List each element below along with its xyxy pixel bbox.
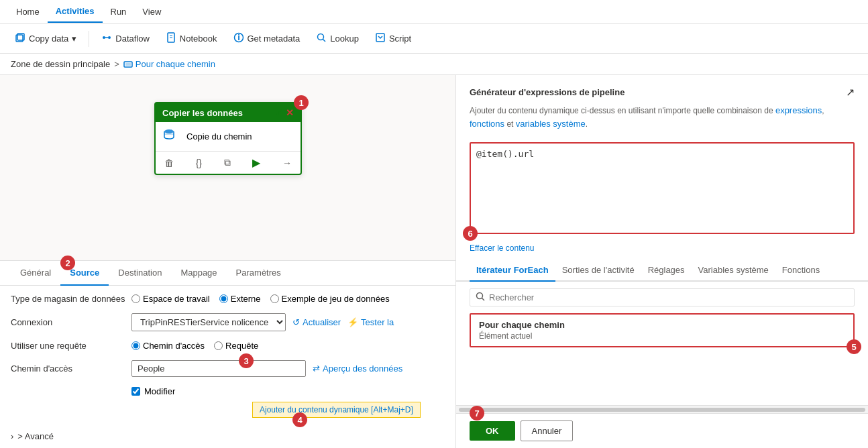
modifier-checkbox[interactable] — [131, 387, 140, 396]
connection-label: Connexion — [11, 317, 131, 327]
dataflow-icon — [101, 32, 112, 45]
data-store-label: Type de magasin de données — [11, 294, 131, 304]
advanced-chevron: › — [11, 431, 13, 441]
info-icon: i — [233, 32, 244, 45]
dropdown-arrow-icon: ▾ — [72, 34, 76, 44]
svg-point-16 — [477, 293, 483, 299]
expression-textarea[interactable] — [471, 144, 853, 231]
lookup-icon — [316, 32, 327, 45]
badge-6: 6 — [463, 226, 478, 241]
scrollbar-track[interactable] — [459, 408, 865, 412]
breadcrumb-icon — [123, 59, 135, 70]
activity-title: Copier les données — [162, 108, 243, 118]
copy-action[interactable]: ⧉ — [221, 155, 234, 170]
menu-activities[interactable]: Activities — [48, 1, 103, 23]
activity-card[interactable]: 1 Copier les données ✓ ✕ — [154, 102, 302, 175]
expression-box: 6 — [470, 142, 855, 234]
badge-7: 7 — [470, 406, 484, 421]
tab-mappage[interactable]: Mappage — [171, 261, 226, 286]
advanced-row[interactable]: › > Avancé — [11, 431, 445, 441]
test-button[interactable]: ⚡ Tester la — [347, 317, 394, 327]
right-tab-foreach[interactable]: Itérateur ForEach — [470, 260, 555, 282]
data-store-controls: Espace de travail Externe Exemple de jeu… — [131, 294, 445, 304]
svg-line-17 — [482, 298, 485, 301]
search-input[interactable] — [489, 292, 849, 302]
ok-button[interactable]: OK — [470, 421, 515, 441]
lookup-button[interactable]: Lookup — [309, 29, 366, 48]
menu-home[interactable]: Home — [8, 1, 48, 22]
right-tab-functions[interactable]: Fonctions — [775, 260, 826, 282]
arrow-action[interactable]: → — [279, 156, 295, 170]
tab-general[interactable]: Général — [11, 261, 60, 286]
scrollbar-area[interactable] — [456, 405, 868, 413]
activity-card-actions: 🗑 {} ⧉ ▶ → — [156, 151, 301, 174]
get-metadata-button[interactable]: i Get metadata — [227, 29, 307, 48]
radio-workspace[interactable]: Espace de travail — [131, 294, 210, 304]
svg-point-14 — [164, 129, 174, 133]
svg-rect-13 — [125, 63, 131, 66]
left-panel: 1 Copier les données ✓ ✕ — [0, 75, 456, 448]
path-controls: ⇄ Aperçu des données — [131, 360, 445, 377]
right-tab-variables[interactable]: Variables système — [692, 260, 775, 282]
test-icon: ⚡ — [347, 317, 358, 327]
connection-select[interactable]: TripPinRESTierService nolicence — [131, 313, 286, 331]
breadcrumb-root[interactable]: Zone de dessin principale — [11, 59, 110, 69]
foreach-item-title: Pour chaque chemin — [479, 320, 845, 330]
svg-point-2 — [103, 36, 105, 39]
tab-destination[interactable]: Destination — [109, 261, 171, 286]
run-action[interactable]: ▶ — [249, 154, 264, 171]
expressions-link[interactable]: expressions — [775, 105, 822, 115]
form-content: Type de magasin de données Espace de tra… — [0, 286, 455, 448]
dynamic-content-link[interactable]: Ajouter du contenu dynamique [Alt+Maj+D] — [252, 402, 421, 418]
card-x-icon[interactable]: ✕ — [286, 107, 294, 118]
preview-button[interactable]: ⇄ Aperçu des données — [313, 363, 402, 374]
badge-1: 1 — [294, 95, 309, 110]
right-tab-outputs[interactable]: Sorties de l'activité — [555, 260, 641, 282]
item-list: 5 Pour chaque chemin Élément actuel — [456, 313, 868, 405]
path-input[interactable] — [131, 360, 306, 377]
query-label: Utiliser une requête — [11, 341, 131, 351]
tab-parametres[interactable]: Paramètres — [227, 261, 290, 286]
search-icon — [476, 292, 485, 303]
code-action[interactable]: {} — [193, 156, 205, 170]
connection-row: Connexion TripPinRESTierService nolicenc… — [11, 313, 445, 331]
copy-data-button[interactable]: Copy data ▾ — [8, 29, 83, 48]
dataflow-button[interactable]: Dataflow — [95, 29, 156, 48]
variables-link[interactable]: variables système — [516, 119, 586, 129]
badge-3: 3 — [239, 353, 254, 368]
badge-2: 2 — [60, 256, 75, 270]
modifier-row: Modifier — [131, 386, 445, 396]
activity-card-header: Copier les données ✓ ✕ — [156, 103, 301, 122]
badge-5: 5 — [847, 339, 861, 354]
notebook-button[interactable]: Notebook — [159, 29, 224, 48]
radio-externe[interactable]: Externe — [219, 294, 261, 304]
functions-link[interactable]: fonctions — [470, 119, 504, 129]
refresh-button[interactable]: ↺ Actualiser — [292, 317, 341, 327]
delete-action[interactable]: 🗑 — [161, 156, 177, 170]
foreach-item[interactable]: 5 Pour chaque chemin Élément actuel — [470, 313, 855, 347]
menu-run[interactable]: Run — [103, 1, 135, 22]
data-store-row: Type de magasin de données Espace de tra… — [11, 294, 445, 304]
clear-content-link[interactable]: Effacer le contenu — [456, 241, 868, 256]
menu-view[interactable]: View — [134, 1, 169, 22]
card-check-icon[interactable]: ✓ — [275, 107, 283, 118]
right-tab-bar: Itérateur ForEach Sorties de l'activité … — [456, 260, 868, 282]
toolbar: Copy data ▾ Dataflow Notebook i Get meta… — [0, 24, 868, 54]
svg-text:i: i — [237, 32, 240, 42]
breadcrumb: Zone de dessin principale > Pour chaque … — [0, 54, 868, 75]
search-row — [470, 288, 855, 306]
right-panel: Générateur d'expressions de pipeline ↗ A… — [456, 75, 868, 448]
radio-example[interactable]: Exemple de jeu de données — [270, 294, 390, 304]
radio-chemin[interactable]: Chemin d'accès — [131, 341, 205, 351]
copy-data-icon — [15, 32, 25, 45]
expand-button[interactable]: ↗ — [846, 86, 855, 99]
cancel-button[interactable]: Annuler — [521, 421, 574, 441]
script-button[interactable]: Script — [368, 29, 418, 48]
right-tab-settings[interactable]: Réglages — [641, 260, 692, 282]
canvas-area[interactable]: 1 Copier les données ✓ ✕ — [0, 75, 455, 260]
main-content: 1 Copier les données ✓ ✕ — [0, 75, 868, 448]
breadcrumb-current[interactable]: Pour chaque chemin — [135, 59, 215, 69]
radio-requete[interactable]: Requête — [214, 341, 258, 351]
query-controls: Chemin d'accès Requête — [131, 341, 445, 351]
svg-line-10 — [323, 40, 326, 42]
